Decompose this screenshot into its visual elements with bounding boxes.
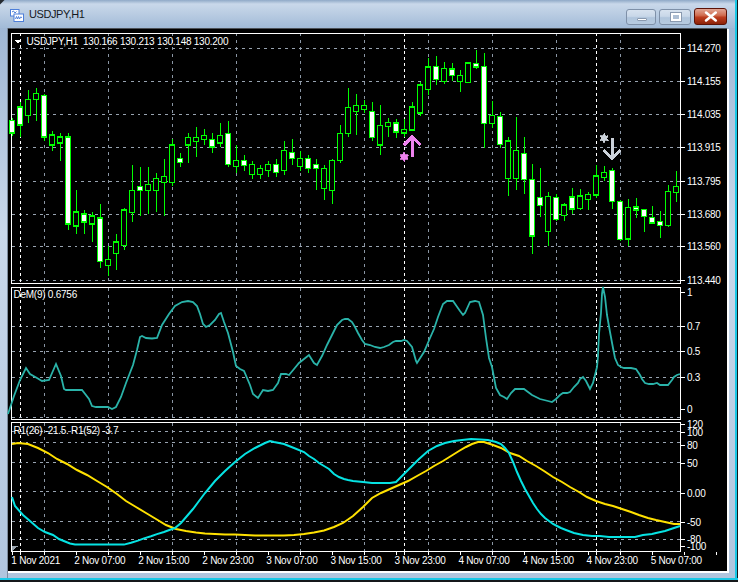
svg-text:3 Nov 23:00: 3 Nov 23:00: [395, 555, 447, 566]
svg-text:1 Nov 2021: 1 Nov 2021: [11, 555, 60, 566]
svg-text:R1(26) -21.5. R1(52) -3.7: R1(26) -21.5. R1(52) -3.7: [14, 425, 120, 436]
svg-text:4 Nov 15:00: 4 Nov 15:00: [523, 555, 575, 566]
svg-text:113.560: 113.560: [687, 241, 721, 252]
svg-text:-100: -100: [687, 541, 707, 552]
svg-text:2 Nov 15:00: 2 Nov 15:00: [138, 555, 190, 566]
svg-text:0.00: 0.00: [687, 488, 706, 499]
svg-text:0.3: 0.3: [687, 372, 701, 383]
svg-text:0.7: 0.7: [687, 321, 701, 332]
svg-text:114.270: 114.270: [687, 43, 721, 54]
svg-text:114.035: 114.035: [687, 109, 721, 120]
svg-text:80: 80: [687, 440, 698, 451]
svg-text:DeM(9) 0.6756: DeM(9) 0.6756: [14, 289, 78, 300]
svg-text:3 Nov 07:00: 3 Nov 07:00: [266, 555, 318, 566]
svg-text:113.795: 113.795: [687, 176, 721, 187]
svg-text:-50: -50: [687, 517, 701, 528]
svg-text:4 Nov 23:00: 4 Nov 23:00: [587, 555, 639, 566]
svg-text:100: 100: [687, 427, 704, 438]
svg-text:50: 50: [687, 458, 698, 469]
svg-text:USDJPY,H1 130.166 130.213 130: USDJPY,H1 130.166 130.213 130.148 130.20…: [27, 36, 229, 47]
svg-text:4 Nov 07:00: 4 Nov 07:00: [459, 555, 511, 566]
svg-text:113.915: 113.915: [687, 142, 721, 153]
svg-text:0: 0: [687, 404, 693, 415]
svg-text:3 Nov 15:00: 3 Nov 15:00: [330, 555, 382, 566]
svg-text:113.440: 113.440: [687, 275, 721, 286]
svg-text:5 Nov 07:00: 5 Nov 07:00: [651, 555, 703, 566]
svg-text:0.5: 0.5: [687, 346, 701, 357]
svg-text:114.155: 114.155: [687, 76, 721, 87]
svg-text:2 Nov 23:00: 2 Nov 23:00: [202, 555, 254, 566]
svg-text:1: 1: [687, 287, 693, 298]
svg-text:113.680: 113.680: [687, 209, 721, 220]
svg-text:2 Nov 07:00: 2 Nov 07:00: [74, 555, 126, 566]
